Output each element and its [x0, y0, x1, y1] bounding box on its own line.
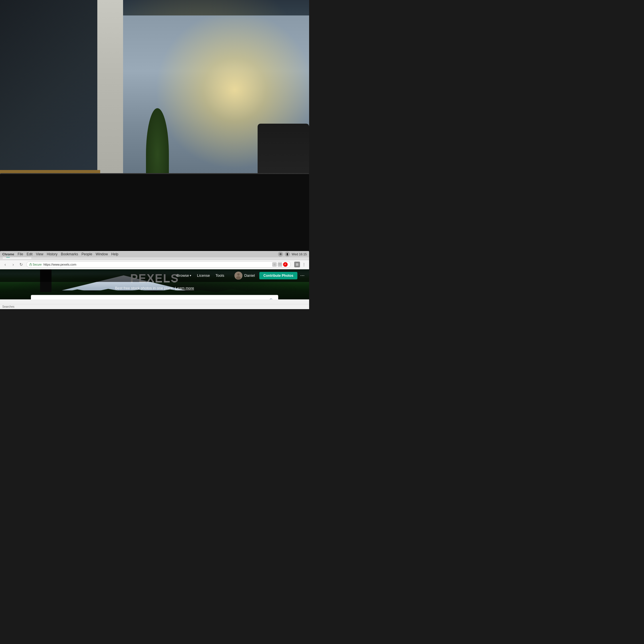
extensions-icon[interactable]: ⊞: [294, 262, 300, 267]
menu-history[interactable]: History: [47, 252, 57, 256]
website-navbar: Browse ▾ License Tools Dani: [0, 269, 309, 282]
hero-subtitle: Best free stock photos in one place. Lea…: [31, 286, 278, 291]
search-icon[interactable]: 🔍: [269, 298, 275, 299]
menu-file[interactable]: File: [18, 252, 23, 256]
contribute-button[interactable]: Contribute Photos: [259, 272, 297, 279]
user-profile-area[interactable]: Daniel: [229, 272, 255, 280]
svg-point-3: [236, 276, 241, 280]
status-bar-text: Searches: [2, 305, 14, 308]
system-menu-bar: Chrome File Edit View History Bookmarks …: [0, 251, 309, 257]
chrome-menu-icon[interactable]: ⋮: [301, 262, 307, 267]
shield-icon: 🛡: [278, 262, 282, 267]
screen-glare: [0, 251, 309, 252]
svg-point-2: [237, 273, 240, 276]
lock-icon: [29, 263, 32, 266]
star-icon[interactable]: ☆: [272, 262, 277, 267]
menu-window[interactable]: Window: [96, 252, 108, 256]
pinterest-icon[interactable]: P: [283, 262, 288, 267]
address-right-icons: ☆ 🛡 P: [272, 262, 288, 267]
more-nav-button[interactable]: ···: [300, 272, 305, 278]
nav-username: Daniel: [244, 273, 255, 278]
browser-status-bar: Searches: [0, 304, 309, 309]
monitor-bezel: Chrome File Edit View History Bookmarks …: [0, 173, 309, 309]
browse-chevron-icon: ▾: [190, 274, 191, 277]
refresh-button[interactable]: ↻: [18, 262, 24, 267]
license-nav-item[interactable]: License: [197, 273, 210, 278]
battery-icon: ▮: [285, 252, 290, 257]
tools-nav-item[interactable]: Tools: [216, 273, 224, 278]
search-bar[interactable]: 🔍: [31, 295, 278, 299]
secure-label: Secure: [33, 263, 42, 266]
app-name: Chrome: [2, 252, 14, 256]
menu-people[interactable]: People: [82, 252, 92, 256]
address-field[interactable]: Secure https://www.pexels.com ☆ 🛡 P: [26, 261, 291, 268]
website-content: Browse ▾ License Tools Dani: [0, 269, 309, 299]
browser-window: Chrome File Edit View History Bookmarks …: [0, 251, 309, 309]
browse-nav-item[interactable]: Browse ▾: [177, 273, 191, 278]
system-time: Wed 16:15: [292, 252, 307, 256]
secure-badge: Secure: [29, 263, 42, 266]
menu-edit[interactable]: Edit: [27, 252, 33, 256]
url-text: https://www.pexels.com: [44, 263, 76, 266]
back-button[interactable]: ‹: [2, 262, 8, 267]
learn-more-link[interactable]: Learn more: [175, 286, 194, 291]
wifi-icon: ⊛: [278, 252, 283, 257]
menu-view[interactable]: View: [36, 252, 44, 256]
svg-rect-0: [30, 264, 31, 266]
address-bar-row: ‹ › ↻ Secure https://www.pexels.com ☆ 🛡 …: [0, 260, 309, 269]
avatar-image: [234, 272, 242, 280]
menu-help[interactable]: Help: [111, 252, 118, 256]
pillar: [97, 0, 123, 201]
search-input[interactable]: [34, 299, 269, 299]
user-avatar: [234, 272, 242, 280]
menu-bookmarks[interactable]: Bookmarks: [61, 252, 78, 256]
forward-button[interactable]: ›: [10, 262, 16, 267]
